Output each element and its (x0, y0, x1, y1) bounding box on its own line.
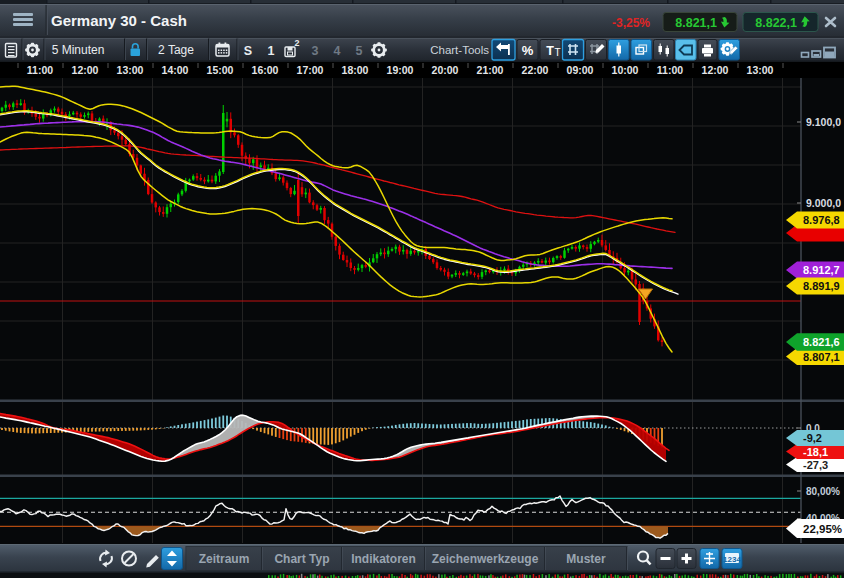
svg-text:T: T (546, 44, 554, 58)
svg-text:10:00: 10:00 (612, 64, 639, 76)
svg-text:5: 5 (356, 44, 363, 58)
svg-text:17:00: 17:00 (297, 64, 324, 76)
svg-text:-9,2: -9,2 (803, 432, 822, 444)
svg-text:2: 2 (294, 38, 299, 48)
svg-text:S: S (244, 44, 252, 58)
svg-text:8.821,1: 8.821,1 (675, 16, 717, 30)
svg-text:09:00: 09:00 (567, 64, 594, 76)
svg-text:-18,1: -18,1 (803, 446, 828, 458)
svg-text:8.912,7: 8.912,7 (803, 264, 840, 276)
svg-text:1: 1 (268, 44, 275, 58)
svg-text:8.821,6: 8.821,6 (803, 336, 840, 348)
svg-text:8.891,9: 8.891,9 (803, 280, 840, 292)
svg-text:%: % (522, 43, 534, 58)
svg-text:4: 4 (334, 44, 341, 58)
svg-text:18:00: 18:00 (342, 64, 369, 76)
svg-text:-3,25%: -3,25% (612, 16, 650, 30)
svg-text:8.807,1: 8.807,1 (803, 351, 840, 363)
svg-text:-27,3: -27,3 (803, 459, 828, 471)
svg-text:9.000,0: 9.000,0 (806, 197, 841, 209)
svg-text:5 Minuten: 5 Minuten (52, 43, 105, 57)
svg-text:14:00: 14:00 (162, 64, 189, 76)
svg-text:12:00: 12:00 (72, 64, 99, 76)
svg-text:13:00: 13:00 (747, 64, 774, 76)
svg-text:Chart-Tools: Chart-Tools (430, 44, 489, 56)
svg-text:8.822,1: 8.822,1 (755, 16, 797, 30)
svg-text:Muster: Muster (566, 552, 606, 566)
svg-text:3: 3 (312, 44, 319, 58)
svg-text:80,00%: 80,00% (806, 486, 840, 497)
svg-text:13:00: 13:00 (117, 64, 144, 76)
svg-text:Germany 30 - Cash: Germany 30 - Cash (51, 12, 187, 29)
svg-text:16:00: 16:00 (252, 64, 279, 76)
svg-text:12:00: 12:00 (702, 64, 729, 76)
svg-text:9.100,0: 9.100,0 (806, 116, 841, 128)
svg-text:22:00: 22:00 (522, 64, 549, 76)
svg-text:1234: 1234 (723, 555, 741, 564)
svg-text:Chart Typ: Chart Typ (274, 552, 329, 566)
svg-text:8.976,8: 8.976,8 (803, 214, 840, 226)
svg-text:T: T (554, 47, 560, 58)
svg-text:Indikatoren: Indikatoren (351, 552, 416, 566)
svg-text:19:00: 19:00 (387, 64, 414, 76)
svg-text:Zeitraum: Zeitraum (199, 552, 250, 566)
svg-text:15:00: 15:00 (207, 64, 234, 76)
svg-text:21:00: 21:00 (477, 64, 504, 76)
svg-text:2 Tage: 2 Tage (158, 43, 194, 57)
svg-text:20:00: 20:00 (432, 64, 459, 76)
svg-text:11:00: 11:00 (27, 64, 53, 76)
svg-text:11:00: 11:00 (657, 64, 683, 76)
svg-text:22,95%: 22,95% (803, 523, 842, 535)
svg-text:Zeichenwerkzeuge: Zeichenwerkzeuge (432, 552, 539, 566)
